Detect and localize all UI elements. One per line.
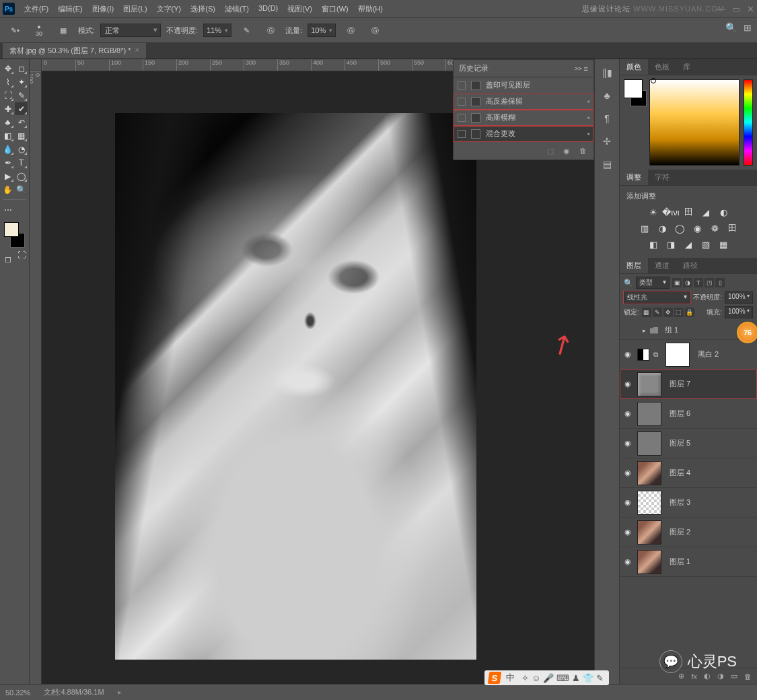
gradient-tool[interactable]: ▦ xyxy=(15,129,28,142)
zoom-readout[interactable]: 50.32% xyxy=(5,689,30,697)
adjustment-icon[interactable]: ❁ xyxy=(709,223,720,234)
history-collapse-icon[interactable]: >> xyxy=(575,65,582,72)
doc-info[interactable]: 文档:4.88M/36.1M xyxy=(44,687,104,697)
layer-row[interactable]: ◉图层 5 xyxy=(620,429,757,458)
panel-tab[interactable]: 路径 xyxy=(676,258,705,273)
workspace-icon[interactable]: ⊞ xyxy=(744,22,752,33)
panel-tab[interactable]: 颜色 xyxy=(620,59,648,75)
brush-preview-icon[interactable]: ●30 xyxy=(30,21,48,40)
layer-row[interactable]: ◉图层 6 xyxy=(620,399,757,429)
pressure-size-icon[interactable]: Ⓖ xyxy=(365,21,384,40)
history-item[interactable]: 高反差保留◂ xyxy=(454,94,593,110)
edit-toolbar-icon[interactable]: ⋯ xyxy=(1,203,14,216)
history-delete-icon[interactable]: 🗑 xyxy=(579,147,587,155)
dock-clone-icon[interactable]: ♣ xyxy=(600,89,614,102)
blur-tool[interactable]: 💧 xyxy=(1,143,14,155)
adjustment-icon[interactable]: ▦ xyxy=(718,239,729,250)
menu-item[interactable]: 滤镜(T) xyxy=(221,1,253,17)
panel-tab[interactable]: 字符 xyxy=(648,170,676,185)
filter-icon[interactable]: T xyxy=(694,278,703,287)
filter-icon[interactable]: ▣ xyxy=(672,278,682,287)
visibility-icon[interactable]: ◉ xyxy=(622,528,633,536)
layer-row[interactable]: ◉图层 2 xyxy=(620,518,757,547)
history-menu-icon[interactable]: ≡ xyxy=(584,65,588,73)
adjustment-icon[interactable]: ◑ xyxy=(657,223,668,234)
menu-item[interactable]: 文件(F) xyxy=(20,1,52,17)
layers-footer-icon[interactable]: fx xyxy=(691,672,697,680)
color-field[interactable] xyxy=(649,79,740,166)
panel-tab[interactable]: 通道 xyxy=(648,258,676,273)
ime-lang[interactable]: 中 xyxy=(506,672,515,684)
eyedropper-tool[interactable]: ✎ xyxy=(15,89,28,102)
history-item[interactable]: 盖印可见图层 xyxy=(454,77,593,94)
maximize-button[interactable]: ▭ xyxy=(732,4,740,14)
panel-tab[interactable]: 色板 xyxy=(648,59,676,75)
adjustment-icon[interactable]: ◯ xyxy=(674,223,685,234)
panel-tab[interactable]: 图层 xyxy=(620,258,648,273)
adjustment-icon[interactable]: ☀ xyxy=(648,207,659,217)
layer-row[interactable]: ◉图层 4 xyxy=(620,458,757,488)
color-swatches[interactable] xyxy=(1,222,28,248)
marquee-tool[interactable]: ◻ xyxy=(15,62,28,75)
menu-item[interactable]: 窗口(W) xyxy=(318,1,353,17)
menu-item[interactable]: 帮助(H) xyxy=(354,1,387,17)
visibility-icon[interactable]: ◉ xyxy=(622,439,633,448)
type-tool[interactable]: T xyxy=(15,156,28,169)
hue-slider[interactable] xyxy=(744,79,753,166)
airbrush-icon[interactable]: Ⓖ xyxy=(341,21,360,40)
pressure-opacity-icon[interactable]: ✎ xyxy=(237,21,256,40)
menu-item[interactable]: 图层(L) xyxy=(119,1,151,17)
adjustment-icon[interactable]: ▥ xyxy=(639,223,650,234)
filter-icon[interactable]: ◑ xyxy=(683,278,692,287)
foreground-swatch[interactable] xyxy=(4,222,19,237)
document-tab[interactable]: 素材.jpg @ 50.3% (图层 7, RGB/8*) * × xyxy=(3,42,146,59)
mode-select[interactable]: 正常 xyxy=(100,24,161,37)
panel-tab[interactable]: 调整 xyxy=(620,170,648,185)
dock-info-icon[interactable]: ▤ xyxy=(600,158,614,171)
pressure-toggle-icon[interactable]: Ⓖ xyxy=(261,21,280,40)
stamp-tool[interactable]: ♣ xyxy=(1,116,14,129)
hand-tool[interactable]: ✋ xyxy=(1,183,14,196)
history-brush-tool[interactable]: ↶ xyxy=(15,116,28,129)
history-snapshot-icon[interactable]: ⬚ xyxy=(547,147,554,155)
magic-wand-tool[interactable]: ✦ xyxy=(15,75,28,88)
blend-mode-select[interactable]: 线性光▾ xyxy=(624,291,690,304)
adjustment-icon[interactable]: ◐ xyxy=(718,207,729,217)
fill-input[interactable]: 100%▾ xyxy=(725,306,753,318)
lock-icon[interactable]: ▦ xyxy=(642,308,651,317)
healing-tool[interactable]: ✚ xyxy=(1,102,14,115)
layer-row[interactable]: ◉图层 3 xyxy=(620,488,757,518)
history-item[interactable]: 高斯模糊◂ xyxy=(454,110,593,126)
layer-row[interactable]: ◉图层 1 xyxy=(620,547,757,577)
search-icon[interactable]: 🔍 xyxy=(725,22,737,33)
visibility-icon[interactable]: ◉ xyxy=(622,380,633,388)
canvas-image[interactable] xyxy=(115,113,476,660)
visibility-icon[interactable]: ◉ xyxy=(622,468,633,477)
close-button[interactable]: ✕ xyxy=(747,4,754,14)
lock-icon[interactable]: ✎ xyxy=(653,308,662,317)
history-item[interactable]: 混合更改◂ xyxy=(454,126,593,142)
close-tab-icon[interactable]: × xyxy=(135,46,139,56)
brush-panel-icon[interactable]: ▦ xyxy=(54,21,73,40)
adjustment-icon[interactable]: 田 xyxy=(683,207,694,217)
tool-preset-icon[interactable]: ✎▾ xyxy=(5,21,24,40)
path-select-tool[interactable]: ▶ xyxy=(1,170,14,182)
dodge-tool[interactable]: ◔ xyxy=(15,143,28,155)
flow-input[interactable]: 10% xyxy=(308,24,336,37)
layers-footer-icon[interactable]: 🗑 xyxy=(744,672,752,680)
quickmask-icon[interactable]: ◻ xyxy=(1,252,14,265)
layer-row[interactable]: ◉图层 7 xyxy=(620,370,757,399)
adjustment-icon[interactable]: ◨ xyxy=(665,239,676,250)
sogou-logo-icon[interactable]: S xyxy=(488,672,502,684)
adjustment-icon[interactable]: ◢ xyxy=(683,239,694,250)
lock-icon[interactable]: ⬚ xyxy=(674,308,684,317)
brush-tool[interactable]: ✔ xyxy=(15,102,28,115)
layer-row[interactable]: ◉⧉黑白 2 xyxy=(620,340,757,370)
adjustment-icon[interactable]: 田 xyxy=(727,223,737,234)
adjustment-icon[interactable]: ▧ xyxy=(700,239,711,250)
visibility-icon[interactable]: ◉ xyxy=(622,498,633,507)
dock-para-icon[interactable]: ¶ xyxy=(600,112,614,125)
lock-icon[interactable]: 🔒 xyxy=(685,308,694,317)
adjustment-icon[interactable]: ◢ xyxy=(700,207,711,217)
shape-tool[interactable]: ◯ xyxy=(15,170,28,182)
